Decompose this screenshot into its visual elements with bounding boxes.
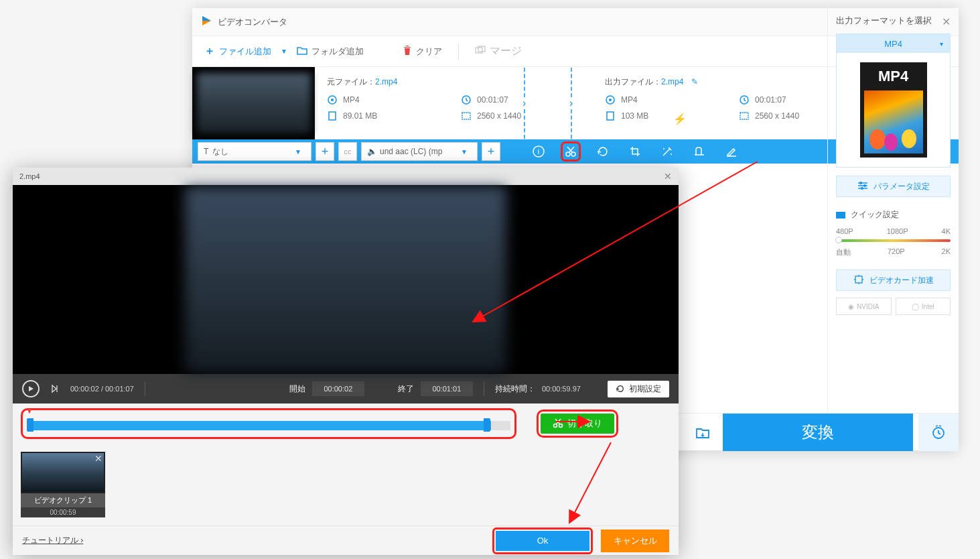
editor-controls: 00:00:02 / 00:01:07 開始 終了 持続時間： 00:00:59… — [13, 374, 679, 403]
crop-icon[interactable] — [625, 141, 645, 162]
ok-button[interactable]: Ok — [496, 531, 589, 551]
video-thumbnail[interactable] — [192, 67, 315, 139]
clip-thumbnail[interactable]: ✕ ビデオクリップ 1 00:00:59 — [21, 452, 105, 517]
output-file-col: 出力ファイル：2.mp4 ✎ MP4 00:01:07 103 MB 2560 … — [593, 67, 845, 139]
file-icon — [327, 111, 338, 121]
trim-track-highlight: ▼ — [21, 408, 516, 439]
edit-icon[interactable] — [721, 141, 742, 162]
editor-titlebar: 2.mp4 ✕ — [13, 168, 679, 185]
cancel-button[interactable]: キャンセル — [601, 530, 669, 552]
source-title: 元ファイル：2.mp4 — [327, 76, 567, 88]
source-duration: 00:01:07 — [477, 95, 508, 105]
add-folder-button[interactable]: フォルダ追加 — [297, 46, 364, 58]
quick-settings-label: クイック設定 — [836, 209, 951, 221]
bullet-icon — [836, 212, 845, 219]
edit-output-icon[interactable]: ✎ — [691, 77, 698, 86]
resolution-icon — [461, 111, 472, 121]
audio-select[interactable]: 🔈 und aac (LC) (mp ▼ — [361, 142, 478, 161]
start-time-input[interactable] — [312, 381, 364, 396]
tutorial-link[interactable]: チュートリアル › — [22, 535, 83, 546]
speaker-icon: 🔈 — [367, 147, 377, 156]
cc-button[interactable]: cc — [338, 142, 357, 161]
chevron-right-icon: › — [522, 97, 526, 109]
source-file-col: 元ファイル：2.mp4 MP4 00:01:07 89.01 MB 2560 x… — [315, 67, 579, 139]
svg-point-17 — [671, 153, 672, 155]
quality-slider-handle[interactable] — [835, 237, 842, 243]
ok-button-highlight: Ok — [492, 527, 593, 554]
info-icon[interactable]: i — [529, 141, 549, 162]
clip-row: ✕ ビデオクリップ 1 00:00:59 — [13, 444, 679, 525]
gpu-vendor-row: ◉NVIDIA ◯Intel — [836, 298, 951, 315]
rotate-icon[interactable] — [593, 141, 613, 162]
end-time-input[interactable] — [421, 381, 473, 396]
editor-footer: チュートリアル › Ok キャンセル — [13, 525, 679, 555]
svg-rect-6 — [462, 113, 470, 119]
trim-track[interactable] — [27, 421, 510, 430]
chevron-down-icon: ▼ — [461, 148, 468, 156]
scissors-icon — [553, 418, 563, 430]
output-size: 103 MB — [621, 111, 648, 121]
trim-selection — [27, 421, 491, 430]
remove-clip-icon[interactable]: ✕ — [94, 453, 102, 464]
editor-filename: 2.mp4 — [19, 172, 40, 180]
trim-track-row: ▼ 切り取り — [13, 403, 679, 444]
merge-button[interactable]: マージ — [475, 44, 522, 58]
file-icon — [605, 111, 616, 121]
schedule-button[interactable] — [918, 414, 959, 451]
add-subtitle-button[interactable]: + — [316, 142, 334, 161]
watermark-icon[interactable] — [689, 141, 709, 162]
add-file-dropdown-icon[interactable]: ▼ — [281, 48, 287, 55]
clip-label: ビデオクリップ 1 — [21, 493, 105, 507]
cut-tool-icon[interactable] — [561, 141, 581, 162]
svg-point-20 — [861, 187, 863, 190]
cut-button[interactable]: 切り取り — [541, 414, 614, 434]
clear-button[interactable]: クリア — [403, 45, 442, 58]
merge-icon — [475, 46, 486, 58]
plus-icon: ＋ — [204, 44, 215, 58]
duration-label: 持続時間： — [495, 383, 535, 395]
output-folder-button[interactable] — [688, 414, 717, 451]
quality-slider[interactable] — [836, 239, 951, 242]
add-file-label: ファイル追加 — [219, 46, 271, 58]
toolbar-separator — [458, 44, 459, 60]
parameter-settings-button[interactable]: パラメータ設定 — [836, 176, 951, 197]
clear-label: クリア — [416, 46, 442, 58]
chip-icon — [853, 274, 864, 287]
start-label: 開始 — [289, 383, 305, 395]
intel-chip[interactable]: ◯Intel — [896, 298, 951, 315]
output-resolution: 2560 x 1440 — [755, 111, 799, 121]
effects-icon[interactable] — [657, 141, 677, 162]
clock-icon — [461, 95, 472, 105]
trim-end-handle[interactable] — [484, 418, 490, 432]
reset-button[interactable]: 初期設定 — [608, 381, 669, 397]
resolution-icon — [739, 111, 750, 121]
clip-duration: 00:00:59 — [21, 507, 105, 517]
folder-icon — [297, 46, 307, 57]
svg-rect-21 — [855, 276, 862, 283]
output-title: 出力ファイル：2.mp4 ✎ — [605, 76, 833, 88]
convert-button[interactable]: 変換 — [723, 414, 913, 451]
nvidia-icon: ◉ — [848, 303, 854, 310]
gpu-accel-button[interactable]: ビデオカード加速 — [836, 269, 951, 291]
editor-close-icon[interactable]: ✕ — [664, 171, 672, 182]
editor-preview — [13, 185, 679, 374]
add-audio-button[interactable]: + — [482, 142, 500, 161]
nvidia-chip[interactable]: ◉NVIDIA — [836, 298, 892, 315]
source-resolution: 2560 x 1440 — [477, 111, 521, 121]
subtitle-select[interactable]: T なし ▼ — [198, 142, 311, 161]
add-file-button[interactable]: ＋ ファイル追加 — [204, 44, 271, 58]
output-duration: 00:01:07 — [755, 95, 786, 105]
format-preview: MP4 — [837, 53, 950, 167]
svg-rect-11 — [740, 113, 748, 119]
step-button[interactable] — [46, 380, 64, 397]
sidebar-title: 出力フォーマットを選択 — [836, 15, 951, 27]
svg-point-3 — [331, 99, 334, 101]
quality-labels-top: 480P1080P4K — [836, 227, 951, 235]
format-card-label: MP4 — [864, 66, 923, 90]
output-format-select[interactable]: MP4 — [837, 34, 950, 53]
param-label: パラメータ設定 — [873, 181, 930, 192]
trim-start-handle[interactable] — [27, 418, 33, 432]
play-button[interactable] — [22, 380, 40, 397]
audio-value: und aac (LC) (mp — [380, 147, 442, 156]
svg-point-14 — [566, 152, 570, 156]
